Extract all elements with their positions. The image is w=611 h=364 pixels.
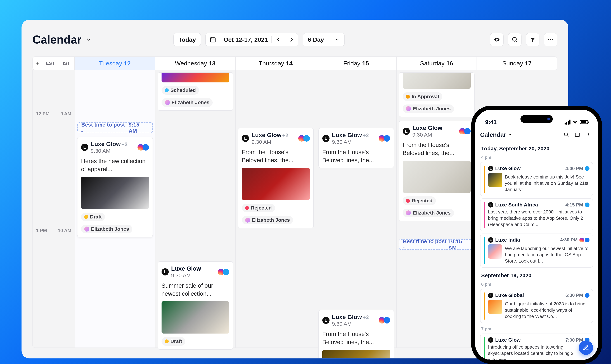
mobile-post-card[interactable]: L Luxe Glow 4:00 PM Book release coming … (480, 162, 593, 196)
post-body: From the House's Beloved lines, the... (403, 141, 471, 157)
signal-icon (565, 119, 571, 125)
post-time: 9:30 AM (412, 132, 442, 138)
chevron-down-icon (86, 37, 92, 42)
hour-label: 6 pm (481, 282, 592, 287)
post-time: 4:30 PM (560, 237, 578, 243)
best-time-hint[interactable]: Best time to post - 10:15 AM (399, 239, 475, 250)
filter-icon (530, 36, 536, 43)
status-time: 9:41 (485, 119, 497, 125)
day-column-thu[interactable]: L Luxe Glow +2 9:30 AM From the House's … (235, 70, 316, 348)
instagram-icon (579, 238, 584, 242)
hour-label: 4 pm (481, 155, 592, 160)
view-mode-select[interactable]: 6 Day (303, 33, 345, 46)
twitter-icon (585, 203, 589, 207)
avatar-icon (245, 218, 250, 222)
date-range-label: Oct 12-17, 2021 (220, 36, 272, 43)
mobile-post-card[interactable]: L Luxe Glow 7:30 PM Introducing office s… (480, 334, 593, 360)
search-button[interactable] (508, 33, 521, 46)
svg-line-6 (516, 41, 517, 42)
date-range-picker[interactable]: Oct 12-17, 2021 (205, 33, 299, 46)
status-bar-accent (484, 292, 485, 320)
svg-rect-0 (210, 38, 215, 42)
mobile-post-card[interactable]: L Luxe India 4:30 PM We are launching ou… (480, 234, 593, 268)
brand-name: Luxe Glow (332, 132, 362, 138)
post-body: Heres the new collection of apparel... (81, 157, 149, 173)
day-column-tue[interactable]: Best time to post - 9:15 AM L Luxe Glow … (75, 70, 155, 348)
filter-button[interactable] (526, 33, 539, 46)
extra-count: +2 (282, 132, 288, 138)
post-time: 7:30 PM (565, 337, 583, 343)
post-body: We are launching our newest initiative t… (505, 245, 589, 264)
post-card[interactable]: In Approval Elizabeth Jones (399, 72, 475, 117)
networks (300, 135, 310, 142)
status-chip: Rejected (403, 196, 436, 205)
time-gutter: 12 PM 9 AM 1 PM 10 AM (33, 70, 75, 348)
mobile-more-button[interactable] (584, 130, 593, 139)
mobile-post-card[interactable]: L Luxe South Africa 4:15 PM Last year, t… (480, 198, 593, 231)
status-bar-accent (484, 202, 485, 228)
brand-name: Luxe South Africa (495, 202, 538, 208)
post-card[interactable]: L Luxe Glow +2 9:30 AM From the House's … (319, 310, 394, 358)
post-card[interactable]: L Luxe Glow +2 9:30 AM Heres the new col… (77, 137, 153, 237)
post-card[interactable]: Scheduled Elizabeth Jones (158, 72, 233, 111)
caret-down-icon[interactable] (508, 133, 512, 137)
brand-avatar: L (488, 166, 493, 171)
day-header[interactable]: Wednesday13 (155, 57, 235, 70)
brand-avatar: L (488, 337, 493, 343)
mobile-calendar-button[interactable] (573, 130, 582, 139)
next-button[interactable] (285, 36, 298, 43)
svg-line-13 (567, 136, 568, 137)
day-header[interactable]: Thursday14 (235, 57, 316, 70)
twitter-icon (223, 269, 229, 275)
visibility-button[interactable] (490, 33, 504, 46)
compose-fab[interactable] (579, 340, 593, 355)
time-label: 12 PM (36, 111, 50, 117)
facebook-icon (384, 135, 390, 142)
svg-rect-14 (575, 133, 579, 137)
mobile-title[interactable]: Calendar (480, 131, 506, 138)
avatar-icon (406, 210, 411, 215)
brand-name: Luxe Glow (171, 265, 201, 272)
twitter-icon (585, 166, 589, 171)
day-header[interactable]: Saturday16 (396, 57, 477, 70)
timezone-right[interactable]: IST (58, 61, 74, 66)
day-header[interactable]: Sunday17 (477, 57, 557, 70)
section-header: Today, September 20, 2020 (481, 145, 592, 152)
post-thumbnail (242, 168, 310, 200)
day-header[interactable]: Tuesday12 (74, 57, 155, 70)
post-thumbnail (403, 73, 471, 89)
post-thumbnail (403, 161, 471, 193)
post-body: Our biggest initiative of 2023 is to bri… (505, 301, 589, 320)
best-time-hint[interactable]: Best time to post - 9:15 AM (77, 122, 153, 133)
brand-avatar: L (403, 128, 410, 135)
networks (380, 317, 390, 324)
title-dropdown[interactable]: Calendar (32, 33, 169, 46)
post-body: From the House's Beloved lines, the... (242, 148, 310, 164)
more-button[interactable] (544, 33, 558, 46)
post-thumbnail (81, 177, 149, 209)
today-button[interactable]: Today (173, 33, 201, 46)
post-body: Last year, there were over 2000+ initiat… (488, 209, 589, 228)
post-card[interactable]: L Luxe Glow +2 9:30 AM From the House's … (319, 128, 394, 168)
eye-icon (493, 36, 500, 43)
more-horizontal-icon (547, 36, 554, 43)
brand-avatar: L (242, 135, 249, 142)
add-timezone-button[interactable] (33, 57, 42, 70)
day-column-sat[interactable]: In Approval Elizabeth Jones L Luxe Glow … (396, 70, 477, 348)
day-header[interactable]: Friday15 (316, 57, 396, 70)
post-body: From the House's Beloved lines, the... (322, 148, 390, 164)
post-card[interactable]: L Luxe Glow 9:30 AM From the House's Bel… (399, 121, 475, 221)
day-column-wed[interactable]: Scheduled Elizabeth Jones L Luxe Glow 9:… (155, 70, 236, 348)
day-column-fri[interactable]: L Luxe Glow +2 9:30 AM From the House's … (316, 70, 396, 348)
post-body: Summer sale of our newest collection... (161, 282, 229, 298)
assignee-chip: Elizabeth Jones (161, 98, 213, 107)
prev-button[interactable] (271, 36, 285, 43)
post-thumbnail (161, 73, 229, 82)
mobile-search-button[interactable] (561, 130, 571, 139)
post-card[interactable]: L Luxe Glow +2 9:30 AM From the House's … (238, 128, 314, 228)
timezone-left[interactable]: EST (42, 61, 58, 66)
post-card[interactable]: L Luxe Glow 9:30 AM Summer sale of our n… (158, 261, 233, 350)
phone-screen: 9:41 Calendar Today, September 20, 2020 … (475, 110, 598, 360)
brand-name: Luxe Glow (495, 166, 521, 171)
mobile-post-card[interactable]: L Luxe Global 6:30 PM Our biggest initia… (480, 289, 593, 323)
